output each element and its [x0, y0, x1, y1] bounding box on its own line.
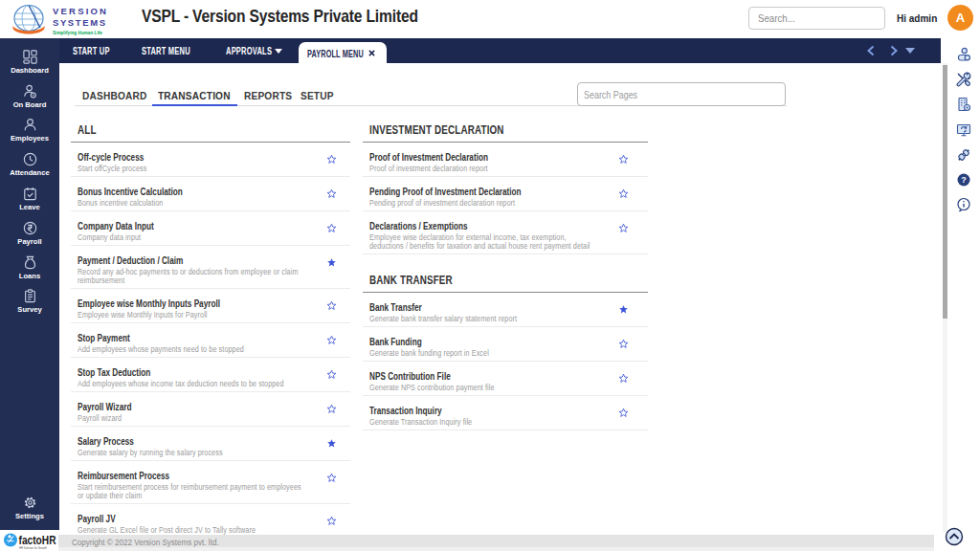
- svg-text:?: ?: [961, 175, 967, 185]
- svg-text:HR Solution for Growth: HR Solution for Growth: [19, 546, 47, 550]
